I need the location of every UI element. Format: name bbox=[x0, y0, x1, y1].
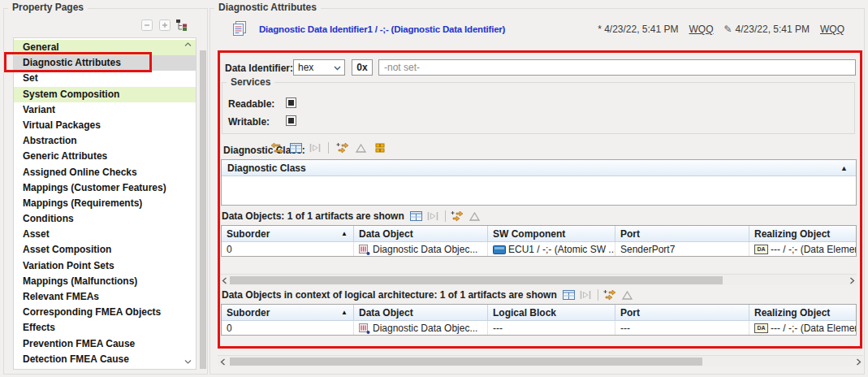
data-identifier-format-dropdown[interactable]: hex bbox=[293, 59, 345, 76]
sidebar-item[interactable]: Generic Attributes bbox=[14, 149, 196, 164]
assign-icon[interactable] bbox=[451, 210, 464, 222]
created-timestamp: * 4/23/22, 5:41 PM bbox=[598, 24, 678, 35]
sidebar-item[interactable]: Virtual Packages bbox=[14, 118, 196, 133]
sidebar-item[interactable]: Effects bbox=[14, 320, 196, 336]
table-icon[interactable] bbox=[562, 289, 576, 301]
sidebar-item[interactable]: System Composition bbox=[14, 87, 196, 102]
sidebar-item[interactable]: Mappings (Requirements) bbox=[14, 196, 196, 211]
table-icon[interactable] bbox=[409, 210, 423, 222]
table-header-row: Suborder▲Data ObjectSW ComponentPortReal… bbox=[222, 226, 856, 242]
swap-icon[interactable] bbox=[270, 142, 284, 154]
data-objects-table: Suborder▲Data ObjectSW ComponentPortReal… bbox=[221, 225, 857, 257]
modified-user-link[interactable]: WQQ bbox=[820, 24, 844, 35]
toolbar-separator bbox=[445, 210, 446, 222]
diagnostic-class-table: Diagnostic Class ▲ bbox=[221, 159, 857, 206]
scroll-right-icon[interactable] bbox=[848, 276, 856, 284]
scrollbar-thumb[interactable] bbox=[230, 276, 723, 284]
scroll-left-icon[interactable] bbox=[220, 276, 228, 284]
pencil-icon: ✎ bbox=[724, 24, 732, 35]
sidebar-item[interactable]: Asset bbox=[14, 227, 196, 242]
sidebar-item[interactable]: Relevant FMEAs bbox=[14, 289, 196, 305]
data-objects-logical-toolbar bbox=[562, 289, 634, 301]
sidebar-item[interactable]: Variant bbox=[14, 102, 196, 118]
sidebar-item[interactable]: Set bbox=[14, 71, 196, 86]
hex-prefix-button[interactable]: 0x bbox=[352, 59, 373, 76]
horizontal-scrollbar[interactable] bbox=[219, 274, 857, 285]
sw-component-icon bbox=[493, 245, 506, 254]
delta-icon[interactable] bbox=[468, 210, 482, 222]
readable-label: Readable: bbox=[228, 98, 274, 110]
writable-checkbox[interactable] bbox=[286, 115, 296, 126]
table-row[interactable]: 0Diagnostic Data Objec...------DA--- / -… bbox=[222, 321, 856, 336]
collapse-all-icon[interactable] bbox=[140, 18, 153, 32]
table-icon[interactable] bbox=[289, 142, 303, 154]
toolbar-separator bbox=[328, 142, 329, 154]
toolbar-separator bbox=[598, 289, 598, 301]
object-header: Diagnostic Data Identifier1 / -;- (Diagn… bbox=[231, 20, 844, 39]
expand-all-icon[interactable] bbox=[158, 18, 171, 32]
data-identifier-input[interactable] bbox=[378, 59, 856, 76]
table-row[interactable]: 0Diagnostic Data Objec...ECU1 / -;- (Ato… bbox=[222, 242, 856, 257]
diagnostic-class-column-header[interactable]: Diagnostic Class ▲ bbox=[222, 160, 856, 176]
sidebar-item[interactable]: Detection FMEA Cause bbox=[14, 352, 196, 367]
column-header[interactable]: Data Object bbox=[354, 305, 488, 320]
column-header[interactable]: Logical Block bbox=[488, 305, 615, 320]
diagnostic-class-toolbar bbox=[270, 142, 386, 154]
column-header[interactable]: Port bbox=[615, 226, 749, 241]
column-header[interactable]: Realizing Object bbox=[749, 305, 856, 320]
scrollbar-thumb[interactable] bbox=[230, 358, 702, 366]
scroll-down-icon[interactable] bbox=[183, 358, 192, 365]
column-header[interactable]: Port bbox=[615, 305, 749, 320]
blocks-icon[interactable] bbox=[373, 142, 386, 154]
property-pages-list: GeneralDiagnostic AttributesSetSystem Co… bbox=[13, 37, 196, 370]
assign-icon[interactable] bbox=[603, 289, 617, 301]
sidebar-item[interactable]: Corresponding FMEA Objects bbox=[14, 305, 196, 320]
data-object-icon bbox=[359, 245, 370, 255]
column-header[interactable]: Suborder▲ bbox=[222, 305, 354, 320]
document-icon bbox=[231, 20, 248, 39]
scroll-left-icon[interactable] bbox=[218, 358, 227, 366]
services-title: Services bbox=[227, 76, 274, 88]
data-identifier-label: Data Identifier: bbox=[225, 63, 293, 74]
horizontal-scrollbar[interactable] bbox=[218, 355, 863, 366]
column-header[interactable]: Data Object bbox=[354, 226, 488, 241]
sidebar-item[interactable]: Abstraction bbox=[14, 133, 196, 149]
sidebar-item[interactable]: Asset Composition bbox=[14, 242, 196, 258]
scroll-up-icon[interactable] bbox=[183, 41, 192, 47]
sidebar-item[interactable]: General bbox=[14, 40, 196, 55]
checkbox-indeterminate-mark bbox=[288, 118, 294, 124]
modified-timestamp: ✎4/23/22, 5:41 PM bbox=[724, 24, 810, 35]
column-header[interactable]: SW Component bbox=[488, 226, 615, 241]
sidebar-toolbar bbox=[140, 18, 189, 32]
column-header[interactable]: Realizing Object bbox=[749, 226, 856, 241]
sidebar-vertical-scrollbar[interactable] bbox=[200, 50, 206, 369]
diagnostic-attributes-title: Diagnostic Attributes bbox=[214, 2, 321, 13]
tree-view-icon[interactable] bbox=[175, 18, 189, 32]
scroll-right-icon[interactable] bbox=[854, 358, 862, 366]
sidebar-item[interactable]: Conditions bbox=[14, 211, 196, 227]
delta-icon[interactable] bbox=[620, 289, 634, 301]
readable-checkbox[interactable] bbox=[286, 98, 296, 108]
sort-ascending-icon: ▲ bbox=[341, 309, 348, 316]
navigate-icon[interactable] bbox=[579, 289, 593, 301]
sidebar-item[interactable]: Variation Point Sets bbox=[14, 258, 196, 274]
delta-icon[interactable] bbox=[354, 142, 368, 154]
checkbox-indeterminate-mark bbox=[288, 100, 294, 106]
created-user-link[interactable]: WQQ bbox=[689, 24, 714, 35]
navigate-icon[interactable] bbox=[426, 210, 440, 222]
sidebar-item[interactable]: Diagnostic Attributes bbox=[14, 55, 196, 71]
writable-label: Writable: bbox=[228, 116, 270, 128]
assign-icon[interactable] bbox=[335, 142, 349, 154]
sidebar-item[interactable]: Mappings (Customer Features) bbox=[14, 180, 196, 196]
sidebar-item[interactable]: Mappings (Malfunctions) bbox=[14, 274, 196, 289]
collapse-triangle-icon[interactable]: ▲ bbox=[840, 164, 848, 172]
column-header[interactable]: Suborder▲ bbox=[222, 226, 354, 241]
sidebar-item[interactable]: Prevention FMEA Cause bbox=[14, 336, 196, 352]
data-object-icon bbox=[359, 323, 370, 334]
data-objects-toolbar bbox=[409, 210, 482, 222]
sidebar-item[interactable]: Requires Prevention Me bbox=[14, 367, 196, 370]
data-objects-logical-caption: Data Objects in context of logical archi… bbox=[222, 289, 634, 301]
property-pages-window: Property Pages GeneralDiagnostic Attribu… bbox=[0, 0, 868, 377]
sidebar-item[interactable]: Assigned Online Checks bbox=[14, 165, 196, 180]
navigate-icon[interactable] bbox=[308, 142, 322, 154]
